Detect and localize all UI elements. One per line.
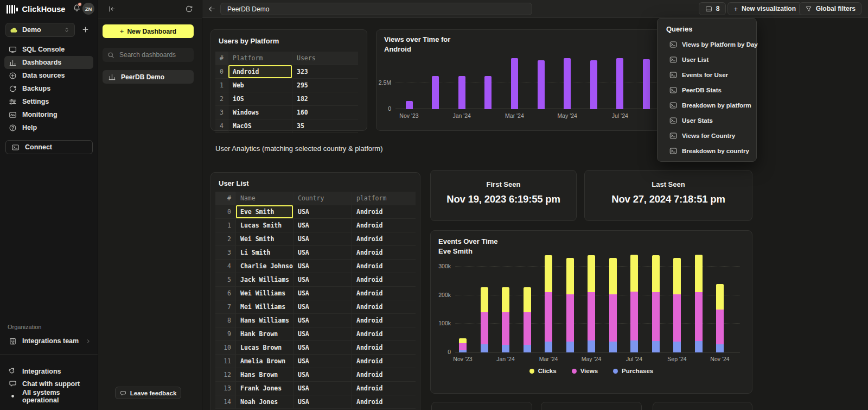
table-row[interactable]: 4MacOS35: [215, 119, 358, 133]
name-cell[interactable]: Lucas Smith: [236, 219, 293, 232]
legend-item-purchases[interactable]: Purchases: [613, 368, 653, 374]
bar-segment-purchases[interactable]: [524, 345, 531, 352]
bar-segment-views[interactable]: [716, 310, 724, 344]
workspace-select[interactable]: Demo: [5, 23, 75, 37]
bar[interactable]: [564, 58, 571, 109]
table-row[interactable]: 1Web295: [215, 79, 358, 92]
platform-cell[interactable]: Android: [228, 65, 292, 78]
bar-segment-purchases[interactable]: [459, 350, 467, 352]
query-item-events-for-user[interactable]: Events for User: [658, 67, 756, 83]
legend-item-views[interactable]: Views: [572, 368, 598, 374]
bar-segment-views[interactable]: [673, 294, 681, 342]
sidebar-item-dashboards[interactable]: Dashboards: [4, 56, 93, 69]
bar-segment-clicks[interactable]: [481, 287, 488, 312]
bar-segment-clicks[interactable]: [588, 255, 595, 292]
bar-segment-views[interactable]: [652, 292, 660, 341]
table-row[interactable]: 3Li SmithUSAAndroid: [215, 246, 416, 260]
table-row[interactable]: 11Amelia BrownUSAAndroid: [215, 355, 416, 368]
bar-segment-views[interactable]: [545, 292, 552, 342]
bar-segment-clicks[interactable]: [630, 255, 638, 292]
bar-segment-clicks[interactable]: [695, 255, 703, 292]
bar[interactable]: [538, 60, 545, 109]
column-header[interactable]: Platform: [228, 52, 292, 65]
bar-segment-views[interactable]: [502, 312, 509, 345]
collapse-panel-icon[interactable]: [108, 5, 116, 13]
refresh-icon[interactable]: [185, 5, 193, 13]
table-row[interactable]: 1Lucas SmithUSAAndroid: [215, 219, 416, 232]
query-item-views-by-platform-by-day[interactable]: Views by Platform by Day: [658, 37, 756, 52]
search-dashboards-input[interactable]: [118, 51, 189, 59]
table-row[interactable]: 8Hans WilliamsUSAAndroid: [215, 314, 416, 327]
query-item-user-stats[interactable]: User Stats: [658, 113, 756, 128]
bar[interactable]: [484, 76, 492, 109]
bar-segment-clicks[interactable]: [609, 258, 617, 294]
bar[interactable]: [511, 58, 518, 109]
back-button[interactable]: [208, 5, 216, 13]
bar-segment-clicks[interactable]: [545, 255, 552, 293]
new-visualization-button[interactable]: + New visualization: [727, 2, 802, 15]
column-header[interactable]: platform: [352, 192, 416, 205]
table-row[interactable]: 14Noah JonesUSAAndroid: [215, 395, 416, 409]
bar-segment-purchases[interactable]: [630, 340, 638, 352]
name-cell[interactable]: Frank Jones: [236, 382, 293, 395]
bar-segment-clicks[interactable]: [502, 287, 509, 312]
bar-segment-clicks[interactable]: [566, 258, 574, 294]
legend-item-clicks[interactable]: Clicks: [529, 368, 557, 374]
bar[interactable]: [432, 76, 439, 109]
table-row[interactable]: 10Lucas BrownUSAAndroid: [215, 341, 416, 355]
bar-segment-views[interactable]: [609, 294, 617, 342]
sidebar-item-help[interactable]: Help: [4, 121, 93, 134]
table-row[interactable]: 7Mei WilliamsUSAAndroid: [215, 300, 416, 314]
bar-segment-purchases[interactable]: [566, 342, 574, 352]
sidebar-item-integrations-team[interactable]: Integrations team: [4, 335, 93, 348]
query-item-user-list[interactable]: User List: [658, 52, 756, 67]
bar-segment-purchases[interactable]: [481, 344, 488, 352]
bar-segment-clicks[interactable]: [716, 284, 724, 310]
bar-segment-views[interactable]: [630, 292, 638, 340]
bar-segment-views[interactable]: [695, 292, 703, 341]
sidebar-item-monitoring[interactable]: Monitoring: [4, 108, 93, 121]
new-dashboard-button[interactable]: + New Dashboard: [103, 24, 194, 38]
bar[interactable]: [616, 58, 623, 109]
name-cell[interactable]: Amelia Brown: [236, 355, 293, 368]
dashboard-title-input[interactable]: [220, 3, 532, 15]
add-service-button[interactable]: [81, 26, 90, 34]
platform-cell[interactable]: Windows: [228, 106, 292, 119]
name-cell[interactable]: Jack Williams: [236, 273, 293, 286]
table-row[interactable]: 9Hank BrownUSAAndroid: [215, 327, 416, 341]
bar[interactable]: [458, 76, 465, 109]
sidebar-item-all-systems-operational[interactable]: All systems operational: [4, 390, 93, 402]
connect-button[interactable]: Connect: [5, 140, 93, 154]
name-cell[interactable]: Hans Brown: [236, 368, 293, 381]
bar-segment-purchases[interactable]: [652, 341, 660, 352]
query-item-breakdown-by-country[interactable]: Breakdown by country: [658, 143, 756, 159]
bar[interactable]: [406, 101, 413, 109]
platform-cell[interactable]: iOS: [228, 92, 292, 105]
table-row[interactable]: 13Frank JonesUSAAndroid: [215, 382, 416, 395]
bar-segment-views[interactable]: [566, 294, 574, 342]
column-header[interactable]: #: [215, 192, 236, 205]
table-row[interactable]: 12Hans BrownUSAAndroid: [215, 368, 416, 382]
bar-segment-purchases[interactable]: [545, 342, 552, 352]
name-cell[interactable]: Wei Smith: [236, 232, 293, 245]
bar[interactable]: [590, 60, 597, 109]
sidebar-item-integrations[interactable]: Integrations: [4, 365, 93, 377]
bar-segment-purchases[interactable]: [502, 345, 509, 352]
table-row[interactable]: 0Android323: [215, 65, 358, 79]
table-row[interactable]: 2iOS182: [215, 92, 358, 106]
name-cell[interactable]: Hank Brown: [236, 327, 293, 340]
table-row[interactable]: 4Charlie JohnsonUSAAndroid: [215, 260, 416, 273]
dashboard-item-peerdb-demo[interactable]: PeerDB Demo: [103, 70, 194, 84]
bar-segment-clicks[interactable]: [673, 258, 681, 294]
name-cell[interactable]: Eve Smith: [236, 205, 293, 218]
bar-segment-purchases[interactable]: [695, 341, 703, 352]
name-cell[interactable]: Charlie Johnson: [236, 260, 293, 273]
table-row[interactable]: 5Jack WilliamsUSAAndroid: [215, 273, 416, 287]
column-header[interactable]: Name: [236, 192, 293, 205]
sidebar-item-sql-console[interactable]: SQL Console: [4, 43, 93, 56]
query-item-breakdown-by-platform[interactable]: Breakdown by platform: [658, 98, 756, 113]
leave-feedback-button[interactable]: Leave feedback: [115, 387, 181, 399]
table-row[interactable]: 2Wei SmithUSAAndroid: [215, 232, 416, 246]
column-header[interactable]: Users: [292, 52, 358, 65]
name-cell[interactable]: Mei Williams: [236, 300, 293, 313]
